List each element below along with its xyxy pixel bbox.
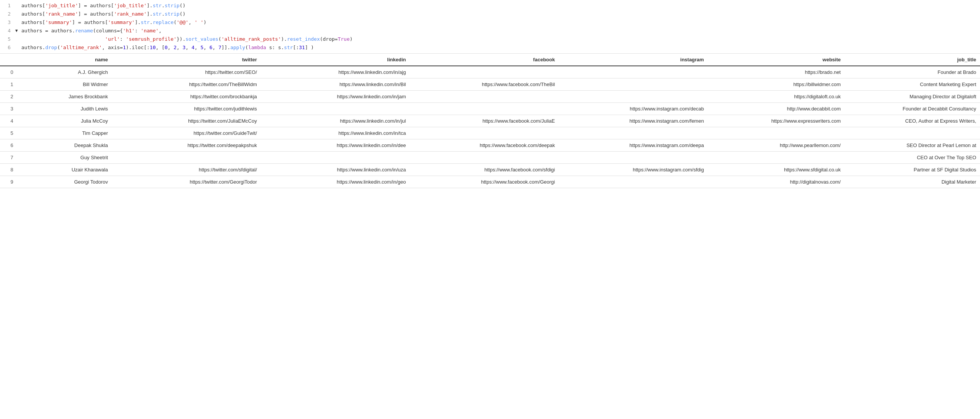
cell-twitter: https://twitter.com/deepakpshuk <box>112 139 261 152</box>
line-number: 5 <box>0 35 15 43</box>
code-token: str <box>153 3 161 8</box>
cell-website: http://www.pearllemon.com/ <box>708 139 845 152</box>
code-token: True <box>338 36 350 42</box>
cell-linkedin <box>261 152 410 164</box>
code-token: ] = authors[ <box>78 11 114 17</box>
code-token: 'rank_name' <box>45 11 78 17</box>
code-token: 'alltime_rank' <box>60 45 102 50</box>
cell-twitter: https://twitter.com/SEO/ <box>112 66 261 78</box>
code-token: 'semrush_profile' <box>126 36 177 42</box>
cell-job_title: CEO, Author at Express Writers, <box>845 115 980 127</box>
cell-linkedin: https://www.linkedin.com/in/geo <box>261 176 410 188</box>
line-number: 2 <box>0 10 15 18</box>
code-token: authors[ <box>21 3 45 8</box>
code-line-3: 3authors['summary'] = authors['summary']… <box>0 18 980 27</box>
cell-linkedin: https://www.linkedin.com/in/jul <box>261 115 410 127</box>
code-token: ]. <box>147 3 153 8</box>
table-row: 4Julia McCoyhttps://twitter.com/JuliaEMc… <box>0 115 980 127</box>
code-token: 3 <box>183 45 186 50</box>
cell-facebook <box>410 152 559 164</box>
column-header-facebook: facebook <box>410 54 559 66</box>
cell-facebook <box>410 103 559 115</box>
cell-name: Bill Widmer <box>24 78 112 91</box>
code-token: , [ <box>156 45 164 50</box>
code-token: 'summary' <box>45 19 72 25</box>
code-token: (drop= <box>320 36 338 42</box>
cell-twitter: https://twitter.com/TheBillWidm <box>112 78 261 91</box>
cell-instagram <box>559 78 708 91</box>
cell-index: 9 <box>0 176 24 188</box>
cell-job_title: Managing Director at Digitaloft <box>845 91 980 103</box>
cell-index: 2 <box>0 91 24 103</box>
column-header-name: name <box>24 54 112 66</box>
code-token: str <box>141 19 149 25</box>
code-token: , <box>168 45 174 50</box>
code-content: authors['job_title'] = authors['job_titl… <box>21 2 980 10</box>
table-section: nametwitterlinkedinfacebookinstagramwebs… <box>0 54 980 188</box>
cell-twitter: https://twitter.com/GuideTwit/ <box>112 127 261 139</box>
code-token: , <box>177 45 183 50</box>
code-token: () <box>180 3 186 8</box>
cell-facebook: https://www.facebook.com/Georgi <box>410 176 559 188</box>
code-content: 'url': 'semrush_profile'}).sort_values('… <box>21 35 980 43</box>
code-token: ]]. <box>221 45 230 50</box>
code-section: 1authors['job_title'] = authors['job_tit… <box>0 0 980 54</box>
code-token: replace <box>153 19 174 25</box>
code-token: sort_values <box>186 36 218 42</box>
code-content: authors['rank_name'] = authors['rank_nam… <box>21 10 980 18</box>
cell-twitter: https://twitter.com/brockbankja <box>112 91 261 103</box>
cell-index: 0 <box>0 66 24 78</box>
code-token: . <box>162 3 165 8</box>
code-token: authors. <box>21 45 45 50</box>
cell-linkedin: https://www.linkedin.com/in/uza <box>261 164 410 176</box>
cell-website: https://billwidmer.com <box>708 78 845 91</box>
code-token: 'job_title' <box>45 3 78 8</box>
cell-job_title: Content Marketing Expert <box>845 78 980 91</box>
code-token: , axis= <box>102 45 123 50</box>
code-token: 'rank_name' <box>114 11 147 17</box>
code-token: . <box>162 11 165 17</box>
code-token: authors = authors. <box>21 28 75 34</box>
code-token: 'name' <box>141 28 159 34</box>
code-token: 2 <box>174 45 177 50</box>
cell-index: 5 <box>0 127 24 139</box>
cell-website <box>708 127 845 139</box>
code-token: 'summary' <box>108 19 135 25</box>
column-header-instagram: instagram <box>559 54 708 66</box>
cell-job_title: Founder at Decabbit Consultancy <box>845 103 980 115</box>
cell-website: https://digitaloft.co.uk <box>708 91 845 103</box>
cell-index: 6 <box>0 139 24 152</box>
cell-website <box>708 152 845 164</box>
code-token: ( <box>245 45 248 50</box>
code-line-5: 5 'url': 'semrush_profile'}).sort_values… <box>0 35 980 43</box>
cell-name: Uzair Kharawala <box>24 164 112 176</box>
cell-facebook: https://www.facebook.com/JuliaE <box>410 115 559 127</box>
table-body: 0A.J. Ghergichhttps://twitter.com/SEO/ht… <box>0 66 980 188</box>
cell-index: 1 <box>0 78 24 91</box>
cell-name: A.J. Ghergich <box>24 66 112 78</box>
code-token: strip <box>165 11 180 17</box>
notebook-container: 1authors['job_title'] = authors['job_tit… <box>0 0 980 188</box>
cell-instagram <box>559 152 708 164</box>
code-content: authors = authors.rename(columns={'h1': … <box>21 27 980 35</box>
cell-instagram <box>559 91 708 103</box>
cell-twitter: https://twitter.com/JuliaEMcCoy <box>112 115 261 127</box>
cell-job_title: SEO Director at Pearl Lemon at <box>845 139 980 152</box>
code-token: , <box>188 19 194 25</box>
table-row: 9Georgi Todorovhttps://twitter.com/Georg… <box>0 176 980 188</box>
code-token: ' ' <box>194 19 203 25</box>
code-token: strip <box>165 3 180 8</box>
cell-instagram: https://www.instagram.com/decab <box>559 103 708 115</box>
code-token: ( <box>174 19 177 25</box>
code-token: 'job_title' <box>114 3 147 8</box>
code-token: ) <box>204 19 207 25</box>
cell-twitter: https://twitter.com/GeorgiTodor <box>112 176 261 188</box>
data-table: nametwitterlinkedinfacebookinstagramwebs… <box>0 54 980 188</box>
code-token: str <box>153 11 161 17</box>
code-content: authors['summary'] = authors['summary'].… <box>21 18 980 27</box>
code-token: rename <box>75 28 93 34</box>
cell-name: Julia McCoy <box>24 115 112 127</box>
code-token: ] = authors[ <box>78 3 114 8</box>
cell-linkedin: https://www.linkedin.com/in/jam <box>261 91 410 103</box>
cell-facebook <box>410 66 559 78</box>
